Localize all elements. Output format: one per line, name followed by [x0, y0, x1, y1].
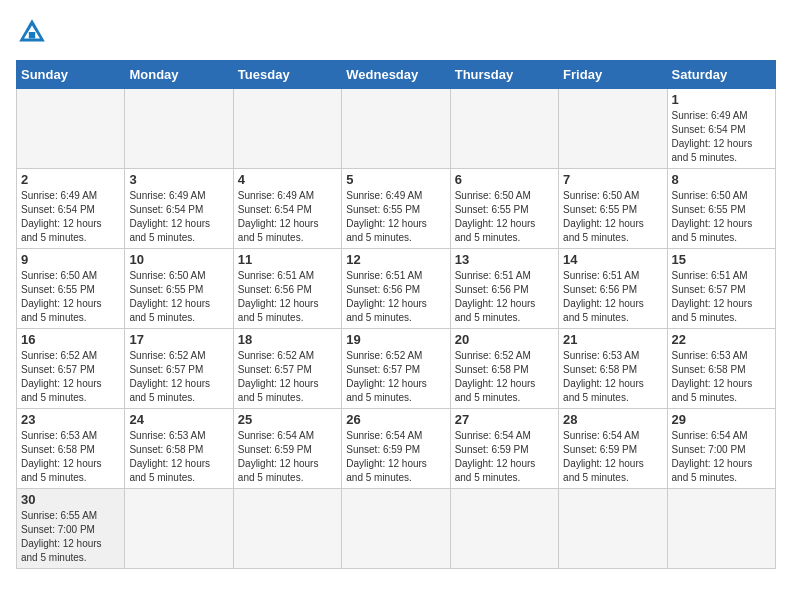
weekday-header-sunday: Sunday — [17, 61, 125, 89]
day-number: 29 — [672, 412, 771, 427]
calendar-day-cell: 5Sunrise: 6:49 AM Sunset: 6:55 PM Daylig… — [342, 169, 450, 249]
day-info: Sunrise: 6:52 AM Sunset: 6:57 PM Dayligh… — [346, 349, 445, 405]
calendar-day-cell — [342, 489, 450, 569]
calendar-day-cell: 20Sunrise: 6:52 AM Sunset: 6:58 PM Dayli… — [450, 329, 558, 409]
svg-rect-2 — [29, 32, 35, 38]
day-number: 18 — [238, 332, 337, 347]
day-info: Sunrise: 6:51 AM Sunset: 6:57 PM Dayligh… — [672, 269, 771, 325]
calendar-day-cell: 11Sunrise: 6:51 AM Sunset: 6:56 PM Dayli… — [233, 249, 341, 329]
weekday-header-tuesday: Tuesday — [233, 61, 341, 89]
day-info: Sunrise: 6:53 AM Sunset: 6:58 PM Dayligh… — [672, 349, 771, 405]
calendar-day-cell — [17, 89, 125, 169]
weekday-header-thursday: Thursday — [450, 61, 558, 89]
day-info: Sunrise: 6:52 AM Sunset: 6:57 PM Dayligh… — [129, 349, 228, 405]
logo-icon — [16, 16, 48, 48]
day-info: Sunrise: 6:49 AM Sunset: 6:54 PM Dayligh… — [238, 189, 337, 245]
calendar-day-cell: 4Sunrise: 6:49 AM Sunset: 6:54 PM Daylig… — [233, 169, 341, 249]
day-number: 27 — [455, 412, 554, 427]
day-number: 2 — [21, 172, 120, 187]
calendar-day-cell: 3Sunrise: 6:49 AM Sunset: 6:54 PM Daylig… — [125, 169, 233, 249]
weekday-header-row: SundayMondayTuesdayWednesdayThursdayFrid… — [17, 61, 776, 89]
day-number: 30 — [21, 492, 120, 507]
calendar-week-row: 30Sunrise: 6:55 AM Sunset: 7:00 PM Dayli… — [17, 489, 776, 569]
calendar-week-row: 16Sunrise: 6:52 AM Sunset: 6:57 PM Dayli… — [17, 329, 776, 409]
day-info: Sunrise: 6:50 AM Sunset: 6:55 PM Dayligh… — [672, 189, 771, 245]
day-number: 4 — [238, 172, 337, 187]
calendar-day-cell: 7Sunrise: 6:50 AM Sunset: 6:55 PM Daylig… — [559, 169, 667, 249]
day-info: Sunrise: 6:54 AM Sunset: 6:59 PM Dayligh… — [346, 429, 445, 485]
weekday-header-wednesday: Wednesday — [342, 61, 450, 89]
day-number: 3 — [129, 172, 228, 187]
day-info: Sunrise: 6:53 AM Sunset: 6:58 PM Dayligh… — [21, 429, 120, 485]
calendar-day-cell — [450, 489, 558, 569]
calendar-day-cell: 2Sunrise: 6:49 AM Sunset: 6:54 PM Daylig… — [17, 169, 125, 249]
calendar-table: SundayMondayTuesdayWednesdayThursdayFrid… — [16, 60, 776, 569]
calendar-day-cell — [125, 489, 233, 569]
weekday-header-saturday: Saturday — [667, 61, 775, 89]
calendar-day-cell: 18Sunrise: 6:52 AM Sunset: 6:57 PM Dayli… — [233, 329, 341, 409]
calendar-day-cell: 8Sunrise: 6:50 AM Sunset: 6:55 PM Daylig… — [667, 169, 775, 249]
calendar-day-cell: 1Sunrise: 6:49 AM Sunset: 6:54 PM Daylig… — [667, 89, 775, 169]
day-info: Sunrise: 6:53 AM Sunset: 6:58 PM Dayligh… — [129, 429, 228, 485]
day-info: Sunrise: 6:52 AM Sunset: 6:57 PM Dayligh… — [238, 349, 337, 405]
calendar-day-cell: 16Sunrise: 6:52 AM Sunset: 6:57 PM Dayli… — [17, 329, 125, 409]
calendar-day-cell — [559, 489, 667, 569]
calendar-day-cell: 17Sunrise: 6:52 AM Sunset: 6:57 PM Dayli… — [125, 329, 233, 409]
calendar-week-row: 1Sunrise: 6:49 AM Sunset: 6:54 PM Daylig… — [17, 89, 776, 169]
day-info: Sunrise: 6:49 AM Sunset: 6:54 PM Dayligh… — [672, 109, 771, 165]
calendar-day-cell: 28Sunrise: 6:54 AM Sunset: 6:59 PM Dayli… — [559, 409, 667, 489]
day-number: 11 — [238, 252, 337, 267]
calendar-day-cell: 30Sunrise: 6:55 AM Sunset: 7:00 PM Dayli… — [17, 489, 125, 569]
day-number: 21 — [563, 332, 662, 347]
weekday-header-monday: Monday — [125, 61, 233, 89]
calendar-day-cell: 27Sunrise: 6:54 AM Sunset: 6:59 PM Dayli… — [450, 409, 558, 489]
logo — [16, 16, 52, 48]
day-number: 24 — [129, 412, 228, 427]
calendar-day-cell — [233, 89, 341, 169]
day-number: 13 — [455, 252, 554, 267]
day-info: Sunrise: 6:54 AM Sunset: 6:59 PM Dayligh… — [563, 429, 662, 485]
calendar-day-cell: 25Sunrise: 6:54 AM Sunset: 6:59 PM Dayli… — [233, 409, 341, 489]
calendar-day-cell — [233, 489, 341, 569]
day-number: 1 — [672, 92, 771, 107]
day-info: Sunrise: 6:49 AM Sunset: 6:54 PM Dayligh… — [21, 189, 120, 245]
calendar-day-cell: 29Sunrise: 6:54 AM Sunset: 7:00 PM Dayli… — [667, 409, 775, 489]
day-number: 15 — [672, 252, 771, 267]
day-info: Sunrise: 6:51 AM Sunset: 6:56 PM Dayligh… — [346, 269, 445, 325]
calendar-day-cell: 24Sunrise: 6:53 AM Sunset: 6:58 PM Dayli… — [125, 409, 233, 489]
calendar-day-cell: 15Sunrise: 6:51 AM Sunset: 6:57 PM Dayli… — [667, 249, 775, 329]
day-info: Sunrise: 6:54 AM Sunset: 7:00 PM Dayligh… — [672, 429, 771, 485]
day-number: 28 — [563, 412, 662, 427]
calendar-day-cell: 6Sunrise: 6:50 AM Sunset: 6:55 PM Daylig… — [450, 169, 558, 249]
day-info: Sunrise: 6:52 AM Sunset: 6:57 PM Dayligh… — [21, 349, 120, 405]
calendar-week-row: 2Sunrise: 6:49 AM Sunset: 6:54 PM Daylig… — [17, 169, 776, 249]
day-number: 16 — [21, 332, 120, 347]
calendar-day-cell: 14Sunrise: 6:51 AM Sunset: 6:56 PM Dayli… — [559, 249, 667, 329]
day-info: Sunrise: 6:50 AM Sunset: 6:55 PM Dayligh… — [21, 269, 120, 325]
day-info: Sunrise: 6:52 AM Sunset: 6:58 PM Dayligh… — [455, 349, 554, 405]
calendar-day-cell: 26Sunrise: 6:54 AM Sunset: 6:59 PM Dayli… — [342, 409, 450, 489]
page-header — [16, 16, 776, 48]
calendar-day-cell — [342, 89, 450, 169]
day-info: Sunrise: 6:50 AM Sunset: 6:55 PM Dayligh… — [455, 189, 554, 245]
day-number: 26 — [346, 412, 445, 427]
calendar-day-cell: 13Sunrise: 6:51 AM Sunset: 6:56 PM Dayli… — [450, 249, 558, 329]
calendar-day-cell: 10Sunrise: 6:50 AM Sunset: 6:55 PM Dayli… — [125, 249, 233, 329]
day-number: 20 — [455, 332, 554, 347]
day-info: Sunrise: 6:49 AM Sunset: 6:55 PM Dayligh… — [346, 189, 445, 245]
day-info: Sunrise: 6:49 AM Sunset: 6:54 PM Dayligh… — [129, 189, 228, 245]
day-info: Sunrise: 6:54 AM Sunset: 6:59 PM Dayligh… — [455, 429, 554, 485]
calendar-week-row: 23Sunrise: 6:53 AM Sunset: 6:58 PM Dayli… — [17, 409, 776, 489]
day-info: Sunrise: 6:51 AM Sunset: 6:56 PM Dayligh… — [455, 269, 554, 325]
day-number: 17 — [129, 332, 228, 347]
day-info: Sunrise: 6:55 AM Sunset: 7:00 PM Dayligh… — [21, 509, 120, 565]
day-number: 25 — [238, 412, 337, 427]
day-info: Sunrise: 6:51 AM Sunset: 6:56 PM Dayligh… — [238, 269, 337, 325]
calendar-day-cell — [667, 489, 775, 569]
day-info: Sunrise: 6:53 AM Sunset: 6:58 PM Dayligh… — [563, 349, 662, 405]
calendar-week-row: 9Sunrise: 6:50 AM Sunset: 6:55 PM Daylig… — [17, 249, 776, 329]
day-number: 7 — [563, 172, 662, 187]
calendar-day-cell: 21Sunrise: 6:53 AM Sunset: 6:58 PM Dayli… — [559, 329, 667, 409]
day-info: Sunrise: 6:51 AM Sunset: 6:56 PM Dayligh… — [563, 269, 662, 325]
calendar-day-cell — [125, 89, 233, 169]
